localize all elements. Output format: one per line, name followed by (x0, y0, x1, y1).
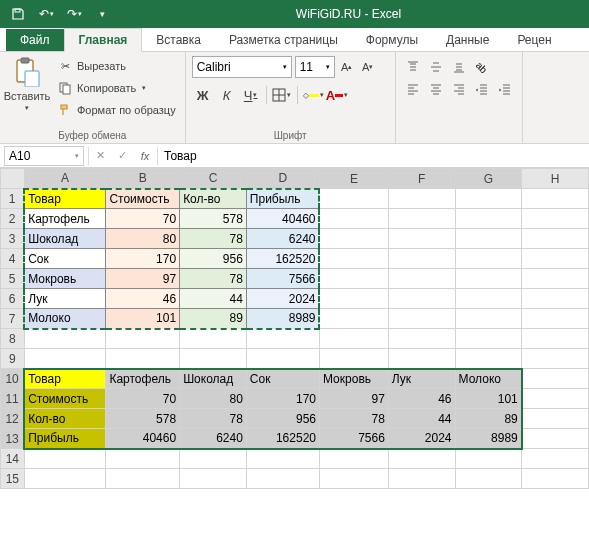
cell-C6[interactable]: 44 (180, 289, 247, 309)
cell-A14[interactable] (24, 449, 106, 469)
cell-C3[interactable]: 78 (180, 229, 247, 249)
row-header-14[interactable]: 14 (1, 449, 25, 469)
cell-E6[interactable] (319, 289, 388, 309)
align-bottom-button[interactable] (448, 56, 470, 78)
tab-review[interactable]: Рецен (503, 29, 565, 51)
row-header-1[interactable]: 1 (1, 189, 25, 209)
cell-E7[interactable] (319, 309, 388, 329)
cell-D12[interactable]: 956 (246, 409, 319, 429)
cell-E12[interactable]: 78 (319, 409, 388, 429)
cell-H5[interactable] (522, 269, 589, 289)
tab-layout[interactable]: Разметка страницы (215, 29, 352, 51)
cell-D5[interactable]: 7566 (246, 269, 319, 289)
cell-G4[interactable] (455, 249, 522, 269)
cell-F7[interactable] (388, 309, 455, 329)
cell-F8[interactable] (388, 329, 455, 349)
cell-A5[interactable]: Мокровь (24, 269, 106, 289)
cell-B4[interactable]: 170 (106, 249, 180, 269)
name-box[interactable]: A10▾ (4, 146, 84, 166)
cut-button[interactable]: ✂Вырезать (54, 56, 179, 76)
cell-C15[interactable] (180, 469, 247, 489)
cell-C13[interactable]: 6240 (180, 429, 247, 449)
cell-A15[interactable] (24, 469, 106, 489)
cell-D7[interactable]: 8989 (246, 309, 319, 329)
increase-font-button[interactable]: A▴ (338, 56, 356, 78)
cell-H9[interactable] (522, 349, 589, 369)
row-header-2[interactable]: 2 (1, 209, 25, 229)
row-header-11[interactable]: 11 (1, 389, 25, 409)
formula-input[interactable]: Товар (158, 149, 589, 163)
decrease-font-button[interactable]: A▾ (359, 56, 377, 78)
cell-H12[interactable] (522, 409, 589, 429)
cell-F1[interactable] (388, 189, 455, 209)
cell-G12[interactable]: 89 (455, 409, 522, 429)
cell-E8[interactable] (319, 329, 388, 349)
cell-A4[interactable]: Сок (24, 249, 106, 269)
cell-B12[interactable]: 578 (106, 409, 180, 429)
cell-B3[interactable]: 80 (106, 229, 180, 249)
cell-D1[interactable]: Прибыль (246, 189, 319, 209)
cell-C11[interactable]: 80 (180, 389, 247, 409)
cell-H10[interactable] (522, 369, 589, 389)
cell-G14[interactable] (455, 449, 522, 469)
align-center-button[interactable] (425, 78, 447, 100)
enter-formula-button[interactable]: ✓ (111, 146, 133, 166)
cell-H15[interactable] (522, 469, 589, 489)
cell-G9[interactable] (455, 349, 522, 369)
cell-D13[interactable]: 162520 (246, 429, 319, 449)
row-header-13[interactable]: 13 (1, 429, 25, 449)
cell-D8[interactable] (246, 329, 319, 349)
cell-F4[interactable] (388, 249, 455, 269)
cell-G6[interactable] (455, 289, 522, 309)
cell-H1[interactable] (522, 189, 589, 209)
cell-F6[interactable] (388, 289, 455, 309)
row-header-6[interactable]: 6 (1, 289, 25, 309)
cancel-formula-button[interactable]: ✕ (89, 146, 111, 166)
row-header-7[interactable]: 7 (1, 309, 25, 329)
bold-button[interactable]: Ж (192, 84, 214, 106)
cell-C8[interactable] (180, 329, 247, 349)
cell-E11[interactable]: 97 (319, 389, 388, 409)
cell-E9[interactable] (319, 349, 388, 369)
col-header-C[interactable]: C (180, 169, 247, 189)
cell-C7[interactable]: 89 (180, 309, 247, 329)
qat-customize-icon[interactable]: ▾ (90, 3, 114, 25)
save-icon[interactable] (6, 3, 30, 25)
tab-formulas[interactable]: Формулы (352, 29, 432, 51)
cell-F15[interactable] (388, 469, 455, 489)
row-header-9[interactable]: 9 (1, 349, 25, 369)
cell-G13[interactable]: 8989 (455, 429, 522, 449)
cell-H11[interactable] (522, 389, 589, 409)
cell-D9[interactable] (246, 349, 319, 369)
cell-H3[interactable] (522, 229, 589, 249)
cell-H14[interactable] (522, 449, 589, 469)
paste-button[interactable]: Вставить ▾ (6, 56, 48, 128)
undo-icon[interactable]: ↶▾ (34, 3, 58, 25)
row-header-12[interactable]: 12 (1, 409, 25, 429)
tab-home[interactable]: Главная (64, 28, 143, 52)
col-header-E[interactable]: E (319, 169, 388, 189)
cell-A8[interactable] (24, 329, 106, 349)
cell-H4[interactable] (522, 249, 589, 269)
cell-F2[interactable] (388, 209, 455, 229)
cell-G5[interactable] (455, 269, 522, 289)
increase-indent-button[interactable] (494, 78, 516, 100)
cell-C1[interactable]: Кол-во (180, 189, 247, 209)
cell-B13[interactable]: 40460 (106, 429, 180, 449)
cell-H2[interactable] (522, 209, 589, 229)
cell-A11[interactable]: Стоимость (24, 389, 106, 409)
cell-D11[interactable]: 170 (246, 389, 319, 409)
cell-F14[interactable] (388, 449, 455, 469)
fx-icon[interactable]: fx (133, 150, 157, 162)
cell-D15[interactable] (246, 469, 319, 489)
cell-B10[interactable]: Картофель (106, 369, 180, 389)
cell-D14[interactable] (246, 449, 319, 469)
orientation-button[interactable]: ab (471, 56, 493, 78)
col-header-F[interactable]: F (388, 169, 455, 189)
format-painter-button[interactable]: Формат по образцу (54, 100, 179, 120)
cell-E13[interactable]: 7566 (319, 429, 388, 449)
cell-F11[interactable]: 46 (388, 389, 455, 409)
row-header-4[interactable]: 4 (1, 249, 25, 269)
cell-B1[interactable]: Стоимость (106, 189, 180, 209)
tab-insert[interactable]: Вставка (142, 29, 215, 51)
